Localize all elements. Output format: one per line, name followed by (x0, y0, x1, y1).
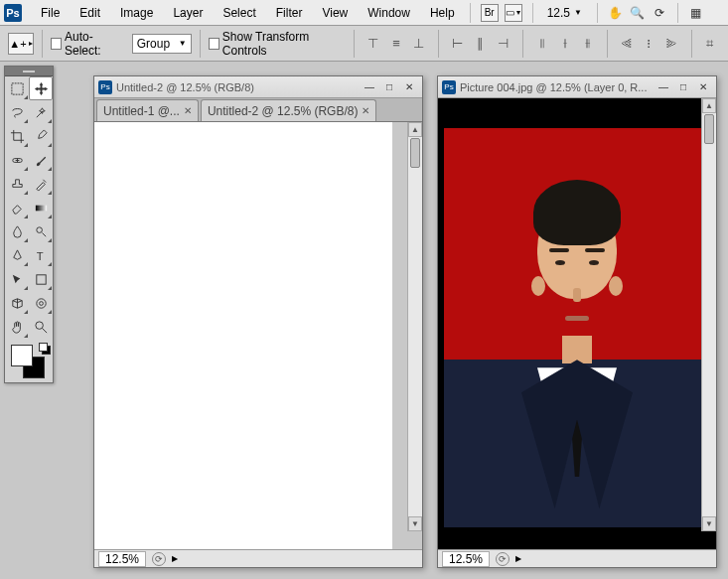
vertical-scrollbar[interactable]: ▲ ▼ (407, 122, 422, 531)
auto-align-icon[interactable]: ⌗ (700, 33, 720, 55)
scroll-down-icon[interactable]: ▼ (408, 516, 422, 531)
menu-filter[interactable]: Filter (267, 2, 312, 24)
pen-tool[interactable] (5, 243, 29, 267)
distribute-vcenter-icon[interactable]: ⫲ (554, 33, 576, 55)
lasso-tool[interactable] (5, 100, 29, 124)
vertical-scrollbar[interactable]: ▲ ▼ (701, 98, 716, 531)
separator (522, 30, 523, 58)
close-button[interactable]: ✕ (400, 80, 418, 94)
path-select-tool[interactable] (5, 267, 29, 291)
3d-camera-tool[interactable] (29, 291, 53, 315)
zoom-tool-icon[interactable]: 🔍 (630, 5, 646, 21)
eraser-tool[interactable] (5, 196, 29, 219)
refresh-icon[interactable]: ⟳ (496, 552, 510, 566)
distribute-left-icon[interactable]: ⫷ (616, 33, 638, 55)
tab-close-icon[interactable]: ✕ (362, 105, 369, 116)
window-titlebar[interactable]: Ps Untitled-2 @ 12.5% (RGB/8) — □ ✕ (94, 76, 422, 98)
move-tool[interactable] (29, 76, 53, 100)
separator (677, 3, 678, 23)
status-menu-icon[interactable]: ▶ (172, 554, 178, 563)
scroll-down-icon[interactable]: ▼ (702, 516, 716, 531)
distribute-top-icon[interactable]: ⫴ (531, 33, 553, 55)
crop-tool[interactable] (5, 124, 29, 148)
history-brush-tool[interactable] (29, 172, 53, 196)
zoom-input[interactable]: 12.5% (98, 551, 146, 567)
minimize-button[interactable]: — (361, 80, 378, 94)
align-left-icon[interactable]: ⊢ (447, 33, 469, 55)
3d-tool[interactable] (5, 291, 29, 315)
scroll-thumb[interactable] (704, 114, 714, 144)
rotate-view-icon[interactable]: ⟳ (652, 5, 667, 21)
svg-rect-5 (36, 274, 45, 283)
status-bar: 12.5% ⟳ ▶ (94, 549, 422, 567)
align-hcenter-icon[interactable]: ∥ (470, 33, 492, 55)
minimize-button[interactable]: — (655, 80, 672, 94)
stamp-tool[interactable] (5, 172, 29, 196)
current-tool-icon[interactable]: ▲+▸ (8, 33, 34, 55)
menu-file[interactable]: File (32, 2, 69, 24)
blur-tool[interactable] (5, 219, 29, 243)
menu-layer[interactable]: Layer (164, 2, 212, 24)
zoom-tool[interactable] (29, 315, 53, 339)
canvas-area[interactable]: ▲ ▼ (94, 122, 422, 549)
scroll-up-icon[interactable]: ▲ (408, 122, 422, 137)
align-vcenter-icon[interactable]: ≡ (385, 33, 407, 55)
distribute-bottom-icon[interactable]: ⫵ (577, 33, 599, 55)
svg-point-8 (35, 321, 43, 329)
swap-colors-icon[interactable] (39, 343, 49, 353)
menu-edit[interactable]: Edit (71, 2, 109, 24)
panel-handle[interactable] (5, 67, 53, 76)
tab-close-icon[interactable]: ✕ (184, 105, 192, 116)
shape-tool[interactable] (29, 267, 53, 291)
foreground-color[interactable] (11, 345, 33, 366)
menu-select[interactable]: Select (214, 2, 264, 24)
brush-tool[interactable] (29, 148, 53, 172)
menu-image[interactable]: Image (111, 2, 162, 24)
menu-window[interactable]: Window (359, 2, 419, 24)
separator (200, 30, 201, 58)
show-transform-checkbox[interactable]: Show Transform Controls (209, 30, 346, 58)
auto-select-checkbox[interactable]: Auto-Select: (51, 30, 124, 58)
zoom-level-input[interactable]: 12.5▼ (543, 4, 587, 22)
screen-mode-button[interactable]: ▭▾ (505, 4, 522, 22)
document-tab[interactable]: Untitled-1 @... ✕ (96, 99, 199, 121)
maximize-button[interactable]: □ (380, 80, 398, 94)
healing-tool[interactable] (5, 148, 29, 172)
auto-select-dropdown[interactable]: Group ▼ (132, 34, 192, 54)
canvas[interactable] (94, 122, 392, 549)
dodge-tool[interactable] (29, 219, 53, 243)
svg-point-6 (36, 298, 45, 307)
scroll-up-icon[interactable]: ▲ (702, 98, 716, 113)
status-menu-icon[interactable]: ▶ (515, 554, 521, 563)
type-tool[interactable]: T (29, 243, 53, 267)
close-button[interactable]: ✕ (694, 80, 712, 94)
refresh-icon[interactable]: ⟳ (152, 552, 166, 566)
scroll-thumb[interactable] (410, 138, 420, 168)
window-titlebar[interactable]: Ps Picture 004.jpg @ 12.5% (Layer 0, R..… (438, 76, 716, 98)
menu-view[interactable]: View (313, 2, 357, 24)
bridge-button[interactable]: Br (481, 4, 499, 22)
document-tab[interactable]: Untitled-2 @ 12.5% (RGB/8) ✕ (201, 99, 377, 121)
align-h-group: ⊢ ∥ ⊣ (447, 33, 514, 55)
wand-tool[interactable] (29, 100, 53, 124)
distribute-hcenter-icon[interactable]: ⫶ (639, 33, 660, 55)
canvas[interactable] (438, 98, 716, 549)
workspace: T Ps Untitled-2 @ 12.5% (RGB/8) — □ ✕ (0, 62, 728, 579)
tab-label: Untitled-1 @... (103, 104, 180, 118)
arrange-icon[interactable]: ▦ (688, 5, 704, 21)
distribute-right-icon[interactable]: ⫸ (661, 33, 683, 55)
align-bottom-icon[interactable]: ⊥ (408, 33, 430, 55)
align-right-icon[interactable]: ⊣ (493, 33, 514, 55)
color-swatches[interactable] (5, 339, 53, 382)
zoom-input[interactable]: 12.5% (442, 551, 490, 567)
hand-tool-icon[interactable]: ✋ (608, 5, 624, 21)
menu-help[interactable]: Help (421, 2, 464, 24)
document-window-left: Ps Untitled-2 @ 12.5% (RGB/8) — □ ✕ Unti… (93, 75, 423, 568)
eyedropper-tool[interactable] (29, 124, 53, 148)
maximize-button[interactable]: □ (674, 80, 692, 94)
gradient-tool[interactable] (29, 196, 53, 219)
hand-tool[interactable] (5, 315, 29, 339)
align-top-icon[interactable]: ⊤ (363, 33, 384, 55)
canvas-area[interactable]: ▲ ▼ (438, 98, 716, 549)
marquee-tool[interactable] (5, 76, 29, 100)
